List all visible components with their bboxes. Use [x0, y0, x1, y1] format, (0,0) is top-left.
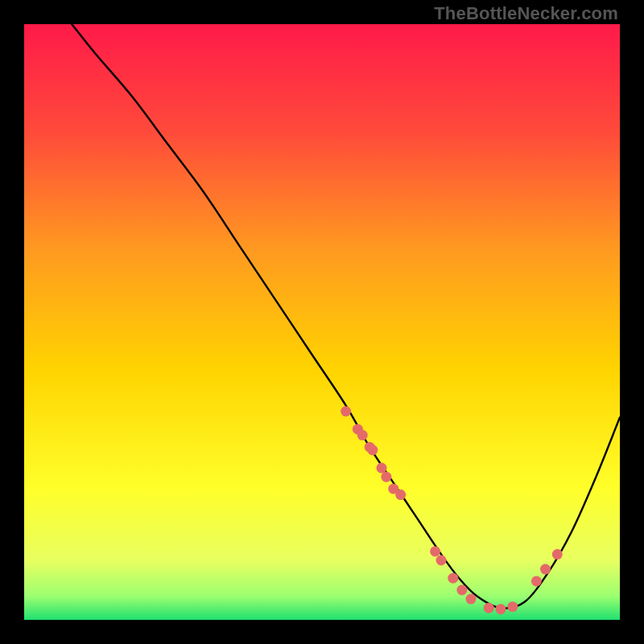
curve-marker — [341, 407, 351, 417]
curve-marker — [436, 555, 447, 566]
curve-marker — [531, 576, 542, 586]
curve-marker — [466, 594, 477, 605]
curve-marker — [357, 430, 368, 440]
curve-marker — [430, 546, 440, 556]
curve-marker — [456, 585, 467, 596]
gradient-background — [24, 24, 620, 620]
curve-marker — [540, 564, 551, 575]
curve-marker — [552, 549, 563, 559]
curve-marker — [484, 603, 494, 613]
curve-marker — [377, 463, 387, 473]
curve-marker — [381, 472, 391, 482]
curve-marker — [367, 445, 378, 456]
curve-marker — [496, 604, 506, 614]
plot-area — [24, 24, 620, 620]
curve-marker — [507, 601, 518, 612]
watermark-text: TheBottleNecker.com — [434, 3, 618, 24]
plot-svg — [24, 24, 620, 620]
curve-marker — [448, 573, 458, 584]
chart-frame: TheBottleNecker.com — [0, 0, 644, 644]
curve-marker — [395, 489, 406, 500]
